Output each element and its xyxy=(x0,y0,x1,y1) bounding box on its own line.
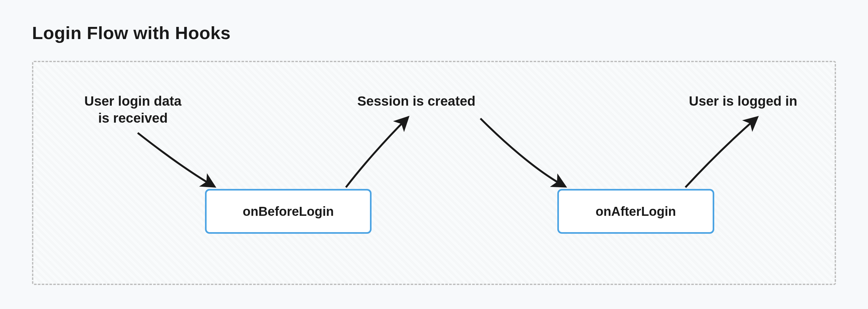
diagram-title: Login Flow with Hooks xyxy=(32,23,230,43)
label-user-login-data: User login data is received xyxy=(64,93,202,126)
diagram-canvas: Login Flow with Hooks User login data is… xyxy=(0,0,868,309)
hook-onafterlogin: onAfterLogin xyxy=(557,189,714,234)
label-user-logged-in: User is logged in xyxy=(673,93,813,110)
hook-onbeforelogin: onBeforeLogin xyxy=(205,189,372,234)
label-session-created: Session is created xyxy=(340,93,493,110)
